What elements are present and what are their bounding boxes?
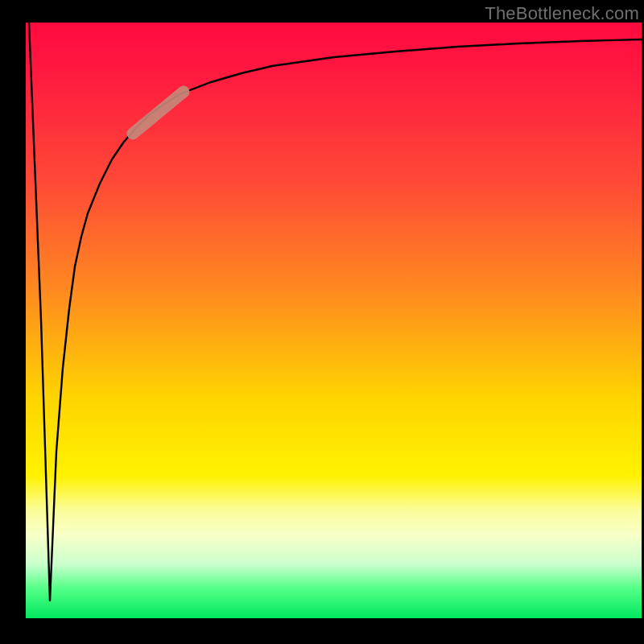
watermark-label: TheBottleneck.com: [485, 3, 639, 24]
chart-svg: [26, 23, 642, 618]
chart-curve: [29, 23, 642, 601]
chart-stage: TheBottleneck.com: [0, 0, 644, 644]
curve-marker-icon: [133, 92, 184, 134]
